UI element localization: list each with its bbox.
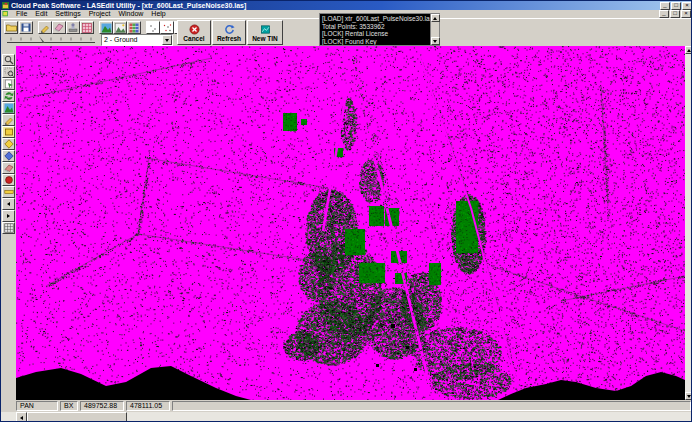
chevron-down-icon — [165, 39, 169, 42]
log-panel: [LOAD] xtr_600Last_PulseNoise30.las Tota… — [319, 13, 440, 46]
select-polygon-tool-button[interactable] — [2, 126, 15, 138]
arrow-left-icon — [20, 416, 23, 420]
status-flag: BX — [60, 401, 78, 411]
open-file-button[interactable] — [4, 21, 18, 34]
arrow-up-icon — [687, 49, 691, 52]
image-view-button[interactable] — [113, 21, 127, 34]
landscape-white-icon — [115, 23, 126, 33]
child-restore-button[interactable]: □ — [670, 10, 680, 18]
scroll-down-button[interactable] — [685, 392, 692, 400]
eraser-icon — [54, 23, 64, 32]
terrain-icon — [4, 103, 14, 113]
stamp-tool-button[interactable] — [66, 21, 80, 34]
titlebar: Cloud Peak Software - LASEdit Utility - … — [1, 1, 692, 10]
eraser-points-tool-button[interactable] — [2, 162, 15, 174]
slider-thumb — [39, 36, 45, 43]
log-scroll-up-button[interactable] — [431, 14, 440, 22]
lasedit-window: Cloud Peak Software - LASEdit Utility - … — [0, 0, 692, 422]
blue-diamond-icon — [4, 151, 14, 161]
class-blue-tool-button[interactable] — [2, 150, 15, 162]
next-view-button[interactable] — [2, 210, 15, 222]
log-line: Total Points: 3533962 — [322, 23, 430, 31]
green-arrows-icon — [4, 91, 14, 101]
stamp-icon — [68, 23, 78, 32]
yellow-bar-icon — [4, 187, 14, 197]
edit-points-tool-button[interactable] — [2, 114, 15, 126]
document-icon — [2, 11, 9, 17]
density-slider[interactable] — [5, 35, 97, 46]
new-tin-icon — [260, 24, 271, 35]
tin-view-button[interactable] — [99, 21, 113, 34]
points-mode-1-button[interactable] — [146, 21, 160, 34]
menu-settings[interactable]: Settings — [51, 10, 84, 18]
red-grid-icon — [82, 23, 92, 33]
vertical-scrollbar[interactable] — [685, 46, 692, 400]
edit-pencil-button[interactable] — [38, 21, 52, 34]
menu-file[interactable]: File — [12, 10, 31, 18]
dots-sparse-icon — [148, 23, 159, 33]
previous-view-button[interactable] — [2, 198, 15, 210]
child-close-button[interactable]: × — [681, 10, 691, 18]
classification-value: 2 - Ground — [102, 35, 162, 45]
eraser-small-icon — [4, 163, 14, 173]
hscroll-thumb[interactable] — [27, 412, 127, 422]
pencil-small-icon — [4, 115, 14, 125]
cancel-icon — [189, 24, 200, 35]
status-mode: PAN — [16, 401, 58, 411]
zoom-window-tool-button[interactable] — [2, 66, 15, 78]
scroll-left-button[interactable] — [16, 412, 27, 422]
refresh-button[interactable]: Refresh — [212, 20, 246, 45]
arrow-left-icon — [7, 202, 10, 206]
window-title: Cloud Peak Software - LASEdit Utility - … — [11, 1, 660, 10]
cancel-button[interactable]: Cancel — [177, 20, 211, 45]
new-tin-button[interactable]: New TIN — [247, 20, 283, 45]
eraser-tool-button[interactable] — [52, 21, 66, 34]
menu-edit[interactable]: Edit — [31, 10, 51, 18]
dropdown-arrow-button[interactable] — [162, 35, 172, 45]
status-y-coordinate: 478111.05 — [126, 401, 170, 411]
landscape-green-icon — [101, 23, 112, 33]
maximize-button[interactable]: □ — [671, 2, 681, 10]
arrow-up-icon — [433, 17, 437, 20]
record-tool-button[interactable] — [2, 174, 15, 186]
open-folder-icon — [6, 23, 17, 32]
measure-tool-button[interactable] — [2, 186, 15, 198]
cancel-label: Cancel — [183, 35, 204, 42]
page-arrow-icon — [4, 79, 14, 89]
app-icon — [2, 2, 9, 9]
magnifier-region-icon — [4, 67, 14, 77]
status-x-coordinate: 489752.88 — [80, 401, 124, 411]
menu-window[interactable]: Window — [114, 10, 147, 18]
points-mode-2-button[interactable] — [160, 21, 174, 34]
scroll-up-button[interactable] — [685, 46, 692, 54]
grid-icon — [4, 223, 14, 233]
save-file-button[interactable] — [19, 21, 33, 34]
pencil-icon — [40, 23, 50, 33]
class-grid-button[interactable] — [80, 21, 94, 34]
reload-view-tool-button[interactable] — [2, 90, 15, 102]
pan-tool-button[interactable] — [2, 78, 15, 90]
class-yellow-tool-button[interactable] — [2, 138, 15, 150]
arrow-right-icon — [7, 214, 10, 218]
color-grid-icon — [129, 23, 139, 33]
status-bar: PAN BX 489752.88 478111.05 — [1, 400, 692, 412]
log-scrollbar[interactable] — [430, 14, 439, 45]
arrow-down-icon — [687, 395, 691, 398]
status-message — [172, 401, 691, 411]
tin-surface-tool-button[interactable] — [2, 102, 15, 114]
zoom-tool-button[interactable] — [2, 54, 15, 66]
palette-grid-button[interactable] — [127, 21, 141, 34]
log-scroll-down-button[interactable] — [431, 37, 440, 45]
map-canvas[interactable] — [16, 46, 685, 400]
menu-project[interactable]: Project — [85, 10, 115, 18]
classification-dropdown[interactable]: 2 - Ground — [101, 34, 173, 46]
save-disk-icon — [21, 23, 31, 32]
child-minimize-button[interactable]: _ — [659, 10, 669, 18]
horizontal-scrollbar[interactable] — [1, 412, 692, 422]
minimize-button[interactable]: _ — [660, 2, 670, 10]
log-line: [LOAD] xtr_600Last_PulseNoise30.las — [322, 15, 430, 23]
menu-help[interactable]: Help — [147, 10, 169, 18]
grid-view-button[interactable] — [2, 222, 15, 234]
close-button[interactable]: × — [682, 2, 692, 10]
red-circle-icon — [4, 175, 14, 185]
